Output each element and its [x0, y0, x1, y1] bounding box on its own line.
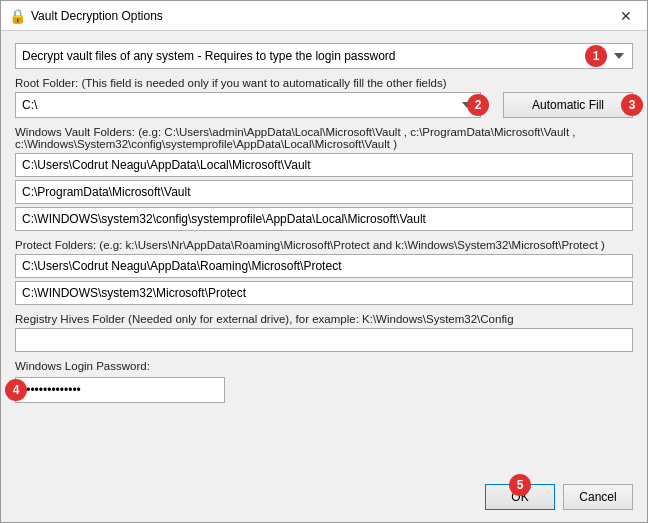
protect-folder-1[interactable]: [15, 254, 633, 278]
cancel-button[interactable]: Cancel: [563, 484, 633, 510]
window-icon: 🔒: [9, 8, 25, 24]
protect-folder-2[interactable]: [15, 281, 633, 305]
decrypt-mode-dropdown[interactable]: Decrypt vault files of any system - Requ…: [15, 43, 633, 69]
registry-hives-input[interactable]: [15, 328, 633, 352]
protect-folders-label: Protect Folders: (e.g: k:\Users\Nr\AppDa…: [15, 239, 633, 251]
vault-folder-1[interactable]: [15, 153, 633, 177]
root-folder-label: Root Folder: (This field is needed only …: [15, 77, 633, 89]
dialog-content: Decrypt vault files of any system - Requ…: [1, 31, 647, 476]
password-input[interactable]: [15, 377, 225, 403]
password-group: Windows Login Password: 4: [15, 360, 633, 403]
root-folder-group: Root Folder: (This field is needed only …: [15, 77, 633, 118]
dialog-footer: OK 5 Cancel: [1, 476, 647, 522]
root-folder-dropdown[interactable]: C:\ D:\ E:\: [15, 92, 481, 118]
ok-button[interactable]: OK: [485, 484, 555, 510]
main-window: 🔒 Vault Decryption Options ✕ Decrypt vau…: [0, 0, 648, 523]
title-bar: 🔒 Vault Decryption Options ✕: [1, 1, 647, 31]
main-dropdown-wrapper: Decrypt vault files of any system - Requ…: [15, 43, 633, 69]
protect-folders-group: Protect Folders: (e.g: k:\Users\Nr\AppDa…: [15, 239, 633, 305]
close-button[interactable]: ✕: [613, 5, 639, 27]
password-label-row: Windows Login Password:: [15, 360, 633, 372]
auto-fill-button[interactable]: Automatic Fill: [503, 92, 633, 118]
vault-folders-group: Windows Vault Folders: (e.g: C:\Users\ad…: [15, 126, 633, 231]
registry-hives-label: Registry Hives Folder (Needed only for e…: [15, 313, 633, 325]
vault-folders-label: Windows Vault Folders: (e.g: C:\Users\ad…: [15, 126, 633, 150]
vault-folder-3[interactable]: [15, 207, 633, 231]
root-folder-row: C:\ D:\ E:\ 2 Automatic Fill 3: [15, 92, 633, 118]
registry-hives-group: Registry Hives Folder (Needed only for e…: [15, 313, 633, 352]
password-label: Windows Login Password:: [15, 360, 150, 372]
vault-folder-2[interactable]: [15, 180, 633, 204]
window-title: Vault Decryption Options: [31, 9, 613, 23]
